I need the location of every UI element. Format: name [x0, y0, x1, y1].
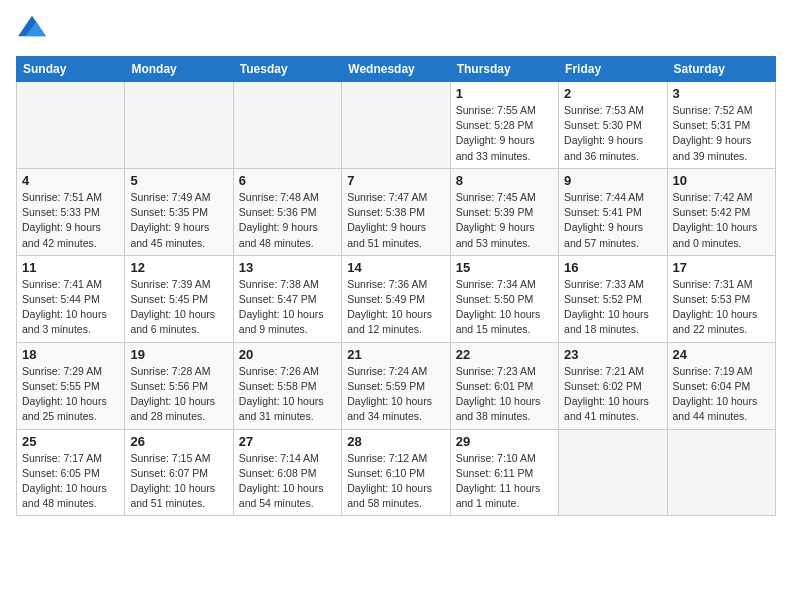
calendar-cell	[342, 82, 450, 169]
calendar-cell: 25Sunrise: 7:17 AMSunset: 6:05 PMDayligh…	[17, 429, 125, 516]
day-detail: Sunrise: 7:53 AMSunset: 5:30 PMDaylight:…	[564, 103, 661, 164]
day-detail: Sunrise: 7:52 AMSunset: 5:31 PMDaylight:…	[673, 103, 770, 164]
day-number: 4	[22, 173, 119, 188]
day-detail: Sunrise: 7:29 AMSunset: 5:55 PMDaylight:…	[22, 364, 119, 425]
day-number: 9	[564, 173, 661, 188]
calendar-week-row: 1Sunrise: 7:55 AMSunset: 5:28 PMDaylight…	[17, 82, 776, 169]
weekday-header-monday: Monday	[125, 57, 233, 82]
day-detail: Sunrise: 7:41 AMSunset: 5:44 PMDaylight:…	[22, 277, 119, 338]
day-number: 19	[130, 347, 227, 362]
day-number: 25	[22, 434, 119, 449]
calendar-cell: 24Sunrise: 7:19 AMSunset: 6:04 PMDayligh…	[667, 342, 775, 429]
calendar-cell: 23Sunrise: 7:21 AMSunset: 6:02 PMDayligh…	[559, 342, 667, 429]
weekday-header-friday: Friday	[559, 57, 667, 82]
calendar-cell: 12Sunrise: 7:39 AMSunset: 5:45 PMDayligh…	[125, 255, 233, 342]
day-number: 1	[456, 86, 553, 101]
day-detail: Sunrise: 7:14 AMSunset: 6:08 PMDaylight:…	[239, 451, 336, 512]
day-number: 23	[564, 347, 661, 362]
calendar-cell: 28Sunrise: 7:12 AMSunset: 6:10 PMDayligh…	[342, 429, 450, 516]
day-number: 28	[347, 434, 444, 449]
day-detail: Sunrise: 7:51 AMSunset: 5:33 PMDaylight:…	[22, 190, 119, 251]
calendar-cell: 14Sunrise: 7:36 AMSunset: 5:49 PMDayligh…	[342, 255, 450, 342]
day-detail: Sunrise: 7:19 AMSunset: 6:04 PMDaylight:…	[673, 364, 770, 425]
day-detail: Sunrise: 7:44 AMSunset: 5:41 PMDaylight:…	[564, 190, 661, 251]
calendar-cell: 16Sunrise: 7:33 AMSunset: 5:52 PMDayligh…	[559, 255, 667, 342]
calendar-cell: 27Sunrise: 7:14 AMSunset: 6:08 PMDayligh…	[233, 429, 341, 516]
day-detail: Sunrise: 7:15 AMSunset: 6:07 PMDaylight:…	[130, 451, 227, 512]
day-number: 14	[347, 260, 444, 275]
calendar-cell	[233, 82, 341, 169]
calendar-cell: 7Sunrise: 7:47 AMSunset: 5:38 PMDaylight…	[342, 168, 450, 255]
calendar-week-row: 18Sunrise: 7:29 AMSunset: 5:55 PMDayligh…	[17, 342, 776, 429]
day-number: 16	[564, 260, 661, 275]
calendar-cell	[17, 82, 125, 169]
day-detail: Sunrise: 7:42 AMSunset: 5:42 PMDaylight:…	[673, 190, 770, 251]
weekday-header-row: SundayMondayTuesdayWednesdayThursdayFrid…	[17, 57, 776, 82]
calendar-cell: 5Sunrise: 7:49 AMSunset: 5:35 PMDaylight…	[125, 168, 233, 255]
calendar-cell: 6Sunrise: 7:48 AMSunset: 5:36 PMDaylight…	[233, 168, 341, 255]
calendar-cell: 15Sunrise: 7:34 AMSunset: 5:50 PMDayligh…	[450, 255, 558, 342]
calendar-cell: 21Sunrise: 7:24 AMSunset: 5:59 PMDayligh…	[342, 342, 450, 429]
logo	[16, 16, 46, 44]
day-detail: Sunrise: 7:45 AMSunset: 5:39 PMDaylight:…	[456, 190, 553, 251]
day-number: 15	[456, 260, 553, 275]
day-number: 29	[456, 434, 553, 449]
calendar-cell: 9Sunrise: 7:44 AMSunset: 5:41 PMDaylight…	[559, 168, 667, 255]
calendar-cell: 22Sunrise: 7:23 AMSunset: 6:01 PMDayligh…	[450, 342, 558, 429]
day-detail: Sunrise: 7:10 AMSunset: 6:11 PMDaylight:…	[456, 451, 553, 512]
day-detail: Sunrise: 7:24 AMSunset: 5:59 PMDaylight:…	[347, 364, 444, 425]
calendar-cell: 1Sunrise: 7:55 AMSunset: 5:28 PMDaylight…	[450, 82, 558, 169]
day-number: 11	[22, 260, 119, 275]
day-number: 18	[22, 347, 119, 362]
weekday-header-tuesday: Tuesday	[233, 57, 341, 82]
day-detail: Sunrise: 7:21 AMSunset: 6:02 PMDaylight:…	[564, 364, 661, 425]
weekday-header-wednesday: Wednesday	[342, 57, 450, 82]
day-number: 7	[347, 173, 444, 188]
day-detail: Sunrise: 7:49 AMSunset: 5:35 PMDaylight:…	[130, 190, 227, 251]
day-detail: Sunrise: 7:36 AMSunset: 5:49 PMDaylight:…	[347, 277, 444, 338]
calendar-cell: 13Sunrise: 7:38 AMSunset: 5:47 PMDayligh…	[233, 255, 341, 342]
day-number: 24	[673, 347, 770, 362]
day-number: 27	[239, 434, 336, 449]
calendar-cell: 3Sunrise: 7:52 AMSunset: 5:31 PMDaylight…	[667, 82, 775, 169]
calendar-cell: 8Sunrise: 7:45 AMSunset: 5:39 PMDaylight…	[450, 168, 558, 255]
calendar-cell: 29Sunrise: 7:10 AMSunset: 6:11 PMDayligh…	[450, 429, 558, 516]
calendar-cell: 19Sunrise: 7:28 AMSunset: 5:56 PMDayligh…	[125, 342, 233, 429]
day-detail: Sunrise: 7:55 AMSunset: 5:28 PMDaylight:…	[456, 103, 553, 164]
day-detail: Sunrise: 7:31 AMSunset: 5:53 PMDaylight:…	[673, 277, 770, 338]
day-number: 10	[673, 173, 770, 188]
day-number: 21	[347, 347, 444, 362]
weekday-header-saturday: Saturday	[667, 57, 775, 82]
day-number: 6	[239, 173, 336, 188]
page-header	[16, 16, 776, 44]
day-detail: Sunrise: 7:17 AMSunset: 6:05 PMDaylight:…	[22, 451, 119, 512]
day-detail: Sunrise: 7:26 AMSunset: 5:58 PMDaylight:…	[239, 364, 336, 425]
day-detail: Sunrise: 7:23 AMSunset: 6:01 PMDaylight:…	[456, 364, 553, 425]
calendar-week-row: 11Sunrise: 7:41 AMSunset: 5:44 PMDayligh…	[17, 255, 776, 342]
day-detail: Sunrise: 7:47 AMSunset: 5:38 PMDaylight:…	[347, 190, 444, 251]
day-detail: Sunrise: 7:48 AMSunset: 5:36 PMDaylight:…	[239, 190, 336, 251]
calendar-table: SundayMondayTuesdayWednesdayThursdayFrid…	[16, 56, 776, 516]
day-detail: Sunrise: 7:34 AMSunset: 5:50 PMDaylight:…	[456, 277, 553, 338]
day-number: 5	[130, 173, 227, 188]
calendar-cell	[559, 429, 667, 516]
calendar-cell: 17Sunrise: 7:31 AMSunset: 5:53 PMDayligh…	[667, 255, 775, 342]
calendar-cell: 26Sunrise: 7:15 AMSunset: 6:07 PMDayligh…	[125, 429, 233, 516]
day-detail: Sunrise: 7:12 AMSunset: 6:10 PMDaylight:…	[347, 451, 444, 512]
calendar-cell	[667, 429, 775, 516]
day-number: 17	[673, 260, 770, 275]
calendar-cell: 18Sunrise: 7:29 AMSunset: 5:55 PMDayligh…	[17, 342, 125, 429]
day-detail: Sunrise: 7:38 AMSunset: 5:47 PMDaylight:…	[239, 277, 336, 338]
day-number: 13	[239, 260, 336, 275]
day-number: 22	[456, 347, 553, 362]
day-number: 3	[673, 86, 770, 101]
calendar-cell: 4Sunrise: 7:51 AMSunset: 5:33 PMDaylight…	[17, 168, 125, 255]
day-detail: Sunrise: 7:28 AMSunset: 5:56 PMDaylight:…	[130, 364, 227, 425]
calendar-week-row: 25Sunrise: 7:17 AMSunset: 6:05 PMDayligh…	[17, 429, 776, 516]
weekday-header-thursday: Thursday	[450, 57, 558, 82]
calendar-cell	[125, 82, 233, 169]
day-number: 20	[239, 347, 336, 362]
calendar-cell: 2Sunrise: 7:53 AMSunset: 5:30 PMDaylight…	[559, 82, 667, 169]
calendar-cell: 10Sunrise: 7:42 AMSunset: 5:42 PMDayligh…	[667, 168, 775, 255]
calendar-week-row: 4Sunrise: 7:51 AMSunset: 5:33 PMDaylight…	[17, 168, 776, 255]
